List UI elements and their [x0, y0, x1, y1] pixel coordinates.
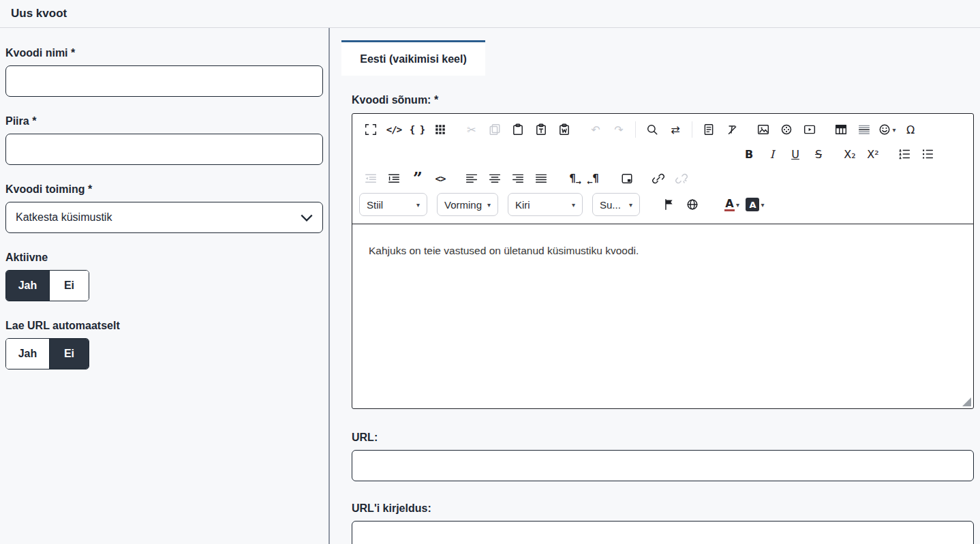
caret-down-icon: ▾ — [629, 201, 632, 209]
quota-action-label: Kvoodi toiming * — [5, 183, 323, 196]
paragraph-ltr-icon: ¶→ — [569, 172, 576, 185]
subscript-button[interactable]: X₂ — [838, 144, 861, 164]
size-dropdown[interactable]: Su...▾ — [592, 193, 640, 216]
source-code-icon: </> — [386, 124, 401, 135]
flag-button[interactable] — [658, 194, 681, 215]
bullet-list-button[interactable] — [916, 144, 939, 164]
align-right-button[interactable] — [506, 168, 530, 189]
maximize-button[interactable] — [359, 119, 382, 140]
media-reel-icon — [780, 123, 793, 136]
undo-button: ↶ — [584, 119, 607, 140]
copy-icon — [489, 123, 501, 136]
autoload-url-field: Lae URL automaatselt Jah Ei — [5, 319, 323, 369]
numbered-list-icon — [898, 148, 910, 160]
bold-button[interactable]: B — [737, 144, 761, 164]
toolbar-row-4: Stiil▾ Vorming▾ Kiri▾ Su...▾ A▾ A▾ — [359, 191, 966, 218]
quota-action-select[interactable]: Katkesta küsimustik — [5, 202, 323, 233]
language-container-button[interactable] — [615, 168, 639, 189]
blockquote-button[interactable]: ” — [405, 168, 429, 189]
horizontal-rule-button[interactable] — [853, 119, 876, 140]
table-icon — [835, 123, 847, 136]
align-center-button[interactable] — [483, 168, 506, 189]
remove-format-button[interactable] — [720, 119, 744, 140]
undo-icon: ↶ — [591, 123, 600, 136]
scissors-icon: ✂ — [467, 123, 476, 136]
toolbar-row-2: B I U S X₂ X² — [359, 142, 966, 166]
strikethrough-icon: S — [815, 148, 822, 161]
special-character-button[interactable]: Ω — [899, 119, 922, 140]
superscript-button[interactable]: X² — [861, 144, 885, 164]
strikethrough-button[interactable]: S — [807, 144, 830, 164]
insert-video-button[interactable] — [798, 119, 821, 140]
div-container-button[interactable]: <> — [429, 168, 452, 189]
insert-table-button[interactable] — [829, 119, 853, 140]
blockquote-icon: ” — [413, 175, 421, 182]
paste-word-icon — [558, 123, 570, 136]
quota-name-input[interactable] — [5, 65, 323, 97]
url-label: URL: — [352, 431, 974, 444]
unlink-button — [670, 168, 693, 189]
justify-button[interactable] — [530, 168, 553, 189]
active-yes-button[interactable]: Jah — [6, 271, 49, 301]
active-field: Aktiivne Jah Ei — [5, 251, 323, 301]
container-box-icon — [621, 172, 633, 185]
limit-input[interactable] — [5, 134, 323, 165]
insert-image-button[interactable] — [752, 119, 775, 140]
active-no-button[interactable]: Ei — [49, 271, 89, 301]
format-dropdown[interactable]: Vorming▾ — [437, 193, 498, 216]
editor-content-area[interactable]: Kahjuks on teie vastused on ületanud küs… — [352, 224, 973, 408]
tab-content: Kvoodi sõnum: * </> { } ✂ — [352, 93, 974, 544]
text-direction-rtl-button[interactable]: ¶← — [584, 168, 607, 189]
insert-link-button[interactable] — [647, 168, 670, 189]
styles-dropdown[interactable]: Stiil▾ — [359, 193, 427, 216]
globe-button[interactable] — [681, 194, 704, 215]
insert-media-button[interactable] — [775, 119, 798, 140]
select-all-button[interactable] — [697, 119, 720, 140]
limit-label: Piira * — [5, 115, 323, 128]
increase-indent-button[interactable] — [382, 168, 405, 189]
size-dropdown-label: Su... — [600, 199, 621, 211]
toolbar-row-3: ” <> ¶→ ¶← — [359, 166, 966, 191]
font-dropdown[interactable]: Kiri▾ — [508, 193, 583, 216]
smiley-button[interactable]: ▾ — [876, 119, 899, 140]
url-input[interactable] — [352, 450, 974, 481]
replace-arrows-icon: ⇄ — [671, 123, 679, 136]
autoload-url-no-button[interactable]: Ei — [49, 339, 89, 369]
paste-button[interactable] — [506, 119, 530, 140]
unlink-icon — [675, 172, 688, 185]
resize-handle-icon[interactable] — [962, 397, 971, 406]
text-direction-ltr-button[interactable]: ¶→ — [561, 168, 584, 189]
numbered-list-button[interactable] — [893, 144, 916, 164]
font-color-icon: A — [724, 198, 735, 211]
image-icon — [757, 123, 769, 136]
autoload-url-yes-button[interactable]: Jah — [6, 339, 49, 369]
find-button[interactable] — [641, 119, 664, 140]
search-icon — [646, 123, 658, 136]
background-color-button[interactable]: A▾ — [744, 194, 767, 215]
text-color-button[interactable]: A▾ — [720, 194, 744, 215]
url-field: URL: — [352, 431, 974, 481]
replace-button[interactable]: ⇄ — [664, 119, 687, 140]
smiley-icon — [878, 123, 891, 136]
chevron-down-icon — [301, 214, 313, 222]
italic-button[interactable]: I — [761, 144, 784, 164]
quota-name-label: Kvoodi nimi * — [5, 46, 323, 60]
editor-toolbar: </> { } ✂ ↶ ↷ ⇄ — [352, 114, 973, 224]
underline-button[interactable]: U — [784, 144, 807, 164]
tab-language-label: Eesti (vaikimisi keel) — [360, 53, 467, 65]
source-button[interactable]: </> — [382, 119, 405, 140]
link-icon — [652, 172, 664, 185]
align-right-icon — [512, 172, 524, 185]
bullet-list-icon — [921, 148, 934, 160]
toolbar-row-1: </> { } ✂ ↶ ↷ ⇄ — [359, 117, 966, 142]
font-dropdown-label: Kiri — [515, 199, 530, 211]
italic-icon: I — [770, 148, 774, 161]
templates-button[interactable]: { } — [405, 119, 429, 140]
paste-from-word-button[interactable] — [553, 119, 576, 140]
active-label: Aktiivne — [5, 251, 323, 265]
align-left-button[interactable] — [460, 168, 483, 189]
url-description-input[interactable] — [352, 521, 974, 544]
show-blocks-button[interactable] — [429, 119, 452, 140]
tab-language-estonian[interactable]: Eesti (vaikimisi keel) — [341, 40, 485, 76]
paste-as-text-button[interactable] — [530, 119, 553, 140]
